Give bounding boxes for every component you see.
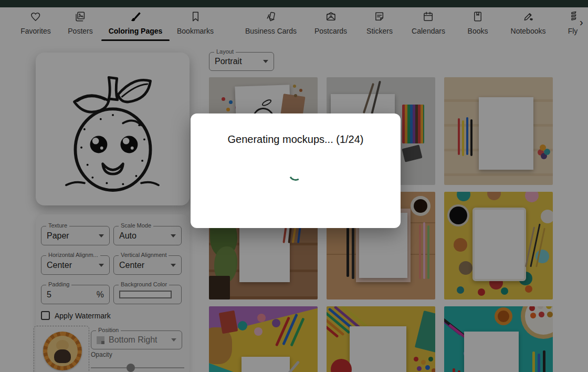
loading-spinner-icon bbox=[287, 166, 304, 182]
progress-message: Generating mockups... (1/24) bbox=[191, 133, 401, 146]
generating-mockups-dialog: Generating mockups... (1/24) bbox=[191, 113, 401, 228]
app-window: ‹ Favorites Posters Coloring Pages Bookm… bbox=[0, 0, 588, 372]
